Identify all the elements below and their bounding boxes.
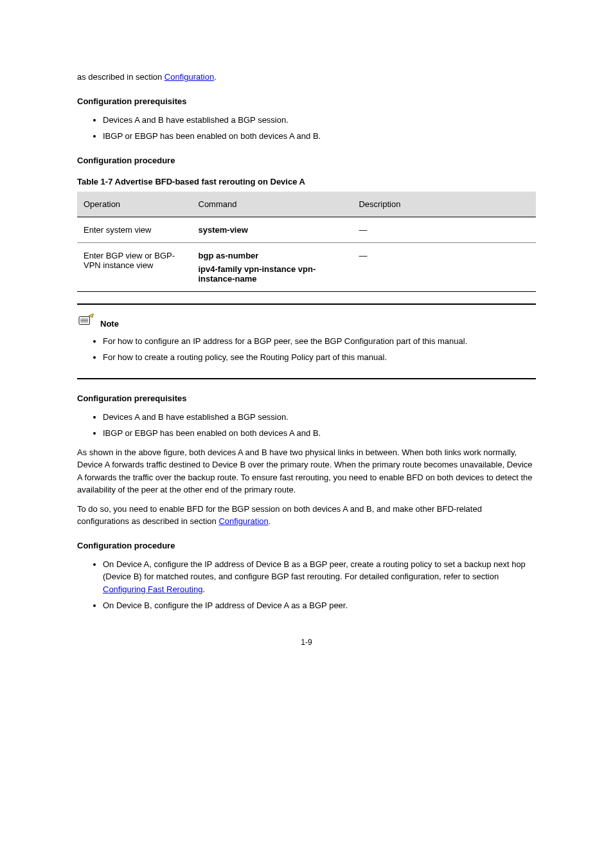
para-todo-period: . — [269, 516, 271, 526]
intro-ref-period: . — [214, 72, 217, 82]
table-row: Enter system view system-view — — [77, 217, 536, 242]
list-item: Devices A and B have established a BGP s… — [103, 114, 536, 127]
heading-procedure: Configuration procedure — [77, 156, 536, 165]
table-caption: Table 1-7 Advertise BFD-based fast rerou… — [77, 177, 536, 186]
proc2-item0-suffix: . — [202, 584, 205, 594]
config-table: Operation Command Description Enter syst… — [77, 192, 536, 292]
heading-prerequisites: Configuration prerequisites — [77, 96, 536, 106]
para-todo-prefix: To do so, you need to enable BFD for the… — [77, 504, 482, 527]
note-header: Note — [77, 312, 536, 329]
table-header-operation: Operation — [77, 192, 192, 217]
cell-command: system-view — [192, 217, 353, 242]
prereq-list: Devices A and B have established a BGP s… — [77, 114, 536, 143]
heading-procedure-2: Configuration procedure — [77, 541, 536, 550]
list-item: IBGP or EBGP has been enabled on both de… — [103, 427, 536, 440]
page-content: as described in section Configuration. C… — [0, 0, 613, 685]
proc2-item0-prefix: On Device A, configure the IP address of… — [103, 559, 526, 582]
table-row: Enter BGP view or BGP-VPN instance view … — [77, 242, 536, 291]
cell-description: — — [352, 217, 536, 242]
note-label: Note — [100, 319, 119, 329]
list-item: For how to configure an IP address for a… — [103, 335, 536, 348]
list-item: IBGP or EBGP has been enabled on both de… — [103, 130, 536, 143]
procedure2-list: On Device A, configure the IP address of… — [77, 558, 536, 612]
list-item: On Device B, configure the IP address of… — [103, 599, 536, 612]
note-block: Note For how to configure an IP address … — [77, 303, 536, 379]
table-header-command: Command — [192, 192, 353, 217]
note-list: For how to configure an IP address for a… — [77, 335, 536, 364]
intro-ref-link[interactable]: Configuration — [164, 72, 214, 82]
note-icon — [77, 312, 96, 329]
heading-prerequisites-2: Configuration prerequisites — [77, 393, 536, 403]
proc2-item1-prefix: On Device B, configure the IP address of… — [103, 601, 348, 610]
para-todo-link[interactable]: Configuration — [218, 516, 268, 526]
table-header-row: Operation Command Description — [77, 192, 536, 217]
cell-description: — — [352, 242, 536, 291]
list-item: For how to create a routing policy, see … — [103, 351, 536, 364]
intro-ref-line: as described in section Configuration. — [77, 71, 536, 84]
cell-command: bgp as-number ipv4-family vpn-instance v… — [192, 242, 353, 291]
list-item: On Device A, configure the IP address of… — [103, 558, 536, 596]
prereq2-list: Devices A and B have established a BGP s… — [77, 411, 536, 440]
table-header-description: Description — [352, 192, 536, 217]
list-item: Devices A and B have established a BGP s… — [103, 411, 536, 424]
page-number: 1-9 — [77, 638, 536, 647]
cell-operation: Enter system view — [77, 217, 192, 242]
cell-operation: Enter BGP view or BGP-VPN instance view — [77, 242, 192, 291]
proc2-item0-link[interactable]: Configuring Fast Rerouting — [103, 584, 202, 594]
paragraph-between: As shown in the above figure, both devic… — [77, 446, 536, 496]
paragraph-todo: To do so, you need to enable BFD for the… — [77, 503, 536, 528]
intro-ref-prefix: as described in section — [77, 72, 164, 82]
